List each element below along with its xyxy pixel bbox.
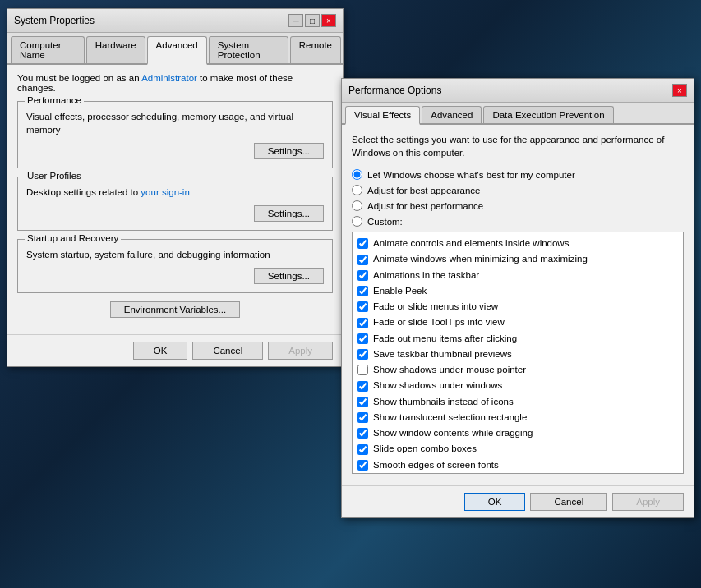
checkbox-8[interactable] [357,365,368,375]
checkbox-item[interactable]: Enable Peek [356,283,680,299]
checkbox-0[interactable] [357,238,368,249]
performance-group-text: Visual effects, processor scheduling, me… [26,110,324,136]
sys-minimize-button[interactable]: ─ [288,14,303,27]
radio-windows-choose-input[interactable] [352,169,362,180]
sys-window-title: System Properties [14,15,95,26]
checkbox-item[interactable]: Animate controls and elements inside win… [356,236,680,251]
radio-custom-label: Custom: [367,217,403,227]
tab-remote[interactable]: Remote [290,36,341,63]
user-profiles-group: User Profiles Desktop settings related t… [17,177,333,231]
radio-best-performance[interactable]: Adjust for best performance [352,200,684,211]
tab-advanced[interactable]: Advanced [147,36,207,65]
checkbox-7[interactable] [357,349,368,360]
checkbox-12[interactable] [357,428,368,439]
checkbox-item[interactable]: Smooth edges of screen fonts [356,457,680,473]
checkbox-6[interactable] [357,333,368,344]
checkbox-2[interactable] [357,270,368,281]
startup-recovery-group-label: Startup and Recovery [25,233,121,243]
sys-maximize-button[interactable]: □ [305,14,320,27]
admin-link[interactable]: Administrator [141,73,197,83]
checkbox-item[interactable]: Slide open combo boxes [356,441,680,457]
checkbox-item[interactable]: Animate windows when minimizing and maxi… [356,251,680,267]
perf-ok-button[interactable]: OK [464,493,526,511]
user-profiles-settings-button[interactable]: Settings... [254,205,324,222]
radio-best-appearance[interactable]: Adjust for best appearance [352,185,684,195]
perf-tab-advanced[interactable]: Advanced [422,106,482,123]
checkbox-10[interactable] [357,397,368,407]
startup-recovery-group: Startup and Recovery System startup, sys… [17,239,333,293]
perf-content: Select the settings you want to use for … [342,125,694,485]
checkbox-14[interactable] [357,460,368,471]
radio-best-appearance-label: Adjust for best appearance [367,186,480,195]
admin-note: You must be logged on as an Administrato… [17,73,333,93]
checkbox-item[interactable]: Fade or slide menus into view [356,299,680,315]
checkbox-3[interactable] [357,286,368,296]
checkbox-item[interactable]: Show window contents while dragging [356,425,680,441]
radio-windows-choose-label: Let Windows choose what's best for my co… [367,170,575,180]
sys-cancel-button[interactable]: Cancel [192,342,263,360]
radio-best-performance-label: Adjust for best performance [367,201,483,211]
radio-custom[interactable]: Custom: [352,216,684,227]
sys-titlebar: System Properties ─ □ × [7,9,343,33]
checkbox-item[interactable]: Save taskbar thumbnail previews [356,347,680,362]
perf-close-button[interactable]: × [672,84,687,97]
radio-best-appearance-input[interactable] [352,185,362,195]
sys-titlebar-controls: ─ □ × [288,14,336,27]
perf-footer: OK Cancel Apply [342,485,694,517]
checkbox-11[interactable] [357,412,368,423]
checkbox-item[interactable]: Show shadows under windows [356,378,680,393]
checkbox-item[interactable]: Show thumbnails instead of icons [356,394,680,410]
perf-description: Select the settings you want to use for … [352,133,684,159]
environment-variables-button[interactable]: Environment Variables... [110,301,240,318]
tab-system-protection[interactable]: System Protection [209,36,288,63]
perf-titlebar-controls: × [672,84,687,97]
perf-window-title: Performance Options [348,85,441,96]
user-profiles-group-label: User Profiles [25,171,84,181]
checkbox-item[interactable]: Show translucent selection rectangle [356,410,680,425]
sys-ok-button[interactable]: OK [133,342,188,360]
checkbox-9[interactable] [357,381,368,392]
visual-effects-listbox[interactable]: Animate controls and elements inside win… [352,232,684,474]
sys-close-button[interactable]: × [321,14,336,27]
startup-recovery-settings-button[interactable]: Settings... [254,268,324,284]
performance-options-window: Performance Options × Visual Effects Adv… [341,78,694,518]
startup-recovery-group-text: System startup, system failure, and debu… [26,248,324,261]
perf-cancel-button[interactable]: Cancel [530,493,607,511]
tab-hardware[interactable]: Hardware [86,36,145,63]
perf-apply-button[interactable]: Apply [612,493,684,511]
performance-settings-button[interactable]: Settings... [254,143,324,159]
checkbox-item[interactable]: Smooth-scroll list boxes [356,473,680,474]
perf-tab-dep[interactable]: Data Execution Prevention [483,106,613,123]
perf-tabs: Visual Effects Advanced Data Execution P… [342,103,694,125]
sys-apply-button[interactable]: Apply [268,342,333,360]
checkbox-item[interactable]: Fade out menu items after clicking [356,331,680,347]
radio-best-performance-input[interactable] [352,200,362,211]
checkbox-item[interactable]: Animations in the taskbar [356,268,680,283]
tab-computer-name[interactable]: Computer Name [11,36,85,63]
sys-content: You must be logged on as an Administrato… [7,65,343,334]
perf-titlebar: Performance Options × [342,79,694,103]
sys-footer: OK Cancel Apply [7,334,343,366]
checkbox-1[interactable] [357,255,368,265]
radio-windows-choose[interactable]: Let Windows choose what's best for my co… [352,169,684,180]
performance-group: Performance Visual effects, processor sc… [17,101,333,168]
performance-group-label: Performance [25,95,84,105]
system-properties-window: System Properties ─ □ × Computer Name Ha… [7,8,344,367]
checkbox-13[interactable] [357,444,368,455]
perf-tab-visual-effects[interactable]: Visual Effects [345,106,420,125]
checkbox-item[interactable]: Show shadows under mouse pointer [356,362,680,378]
radio-custom-input[interactable] [352,216,362,227]
user-profiles-group-text: Desktop settings related to your sign-in [26,186,324,199]
checkbox-4[interactable] [357,301,368,312]
sign-in-link[interactable]: your sign-in [141,187,189,197]
checkbox-item[interactable]: Fade or slide ToolTips into view [356,315,680,330]
sys-tabs: Computer Name Hardware Advanced System P… [7,33,343,65]
checkbox-5[interactable] [357,318,368,328]
